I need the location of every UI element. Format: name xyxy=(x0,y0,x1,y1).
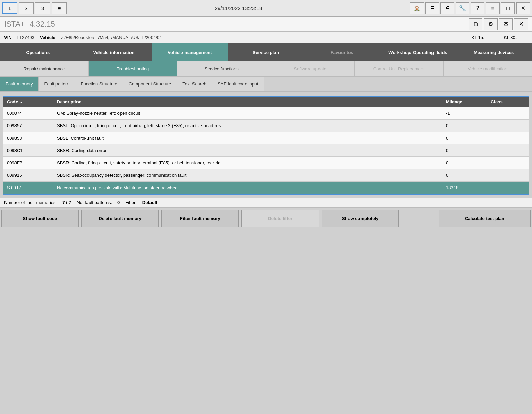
home-icon-btn[interactable]: 🏠 xyxy=(410,2,424,14)
cell-class-3 xyxy=(487,144,529,156)
vehicle-label: Vehicle xyxy=(40,35,55,40)
kl15-label: KL 15: xyxy=(471,35,484,40)
delete-fault-memory-button[interactable]: Delete fault memory xyxy=(81,210,158,227)
cell-mileage-6: 18318 xyxy=(442,182,487,194)
show-fault-code-button[interactable]: Show fault code xyxy=(1,210,79,227)
table-row[interactable]: 009857SBSL: Open circuit, firing circuit… xyxy=(3,120,529,132)
cell-class-2 xyxy=(487,132,529,144)
vin-value: LT27493 xyxy=(17,35,34,40)
gear-icon-btn[interactable]: ⚙ xyxy=(484,18,498,30)
col-header-mileage[interactable]: Mileage xyxy=(442,97,487,107)
cell-description-0: GM: Spray-nozzle heater, left: open circ… xyxy=(53,107,442,119)
cell-mileage-3: 0 xyxy=(442,144,487,156)
third-nav-item-component-structure[interactable]: Component Structure xyxy=(123,77,177,91)
vehicle-value: Z'/E85/Roadster/ - /M54,-/MANUAL/US/LL/2… xyxy=(61,35,162,40)
tab-2[interactable]: 2 xyxy=(19,2,34,14)
bottom-buttons: Show fault code Delete fault memory Filt… xyxy=(0,207,532,229)
nav-item-vehicle-management[interactable]: Vehicle management xyxy=(152,43,228,61)
third-nav-item-sae-fault-code[interactable]: SAE fault code input xyxy=(212,77,264,91)
close2-icon-btn[interactable]: ✕ xyxy=(514,18,528,30)
third-nav: Fault memoryFault patternFunction Struct… xyxy=(0,77,532,92)
table-row[interactable]: 009915SBSR: Seat-occupancy detector, pas… xyxy=(3,169,529,182)
show-completely-button[interactable]: Show completely xyxy=(322,210,399,227)
table-row[interactable]: S 0017No communication possible with: Mu… xyxy=(3,182,529,194)
copy-icon-btn[interactable]: ⧉ xyxy=(469,18,482,30)
cell-mileage-2: 0 xyxy=(442,132,487,144)
cell-code-3: 0098C1 xyxy=(3,144,53,156)
kl30-label: KL 30: xyxy=(504,35,517,40)
nav-item-measuring-devices[interactable]: Measuring devices xyxy=(456,43,532,61)
col-header-description[interactable]: Description xyxy=(53,97,442,107)
filter-fault-memory-button[interactable]: Filter fault memory xyxy=(161,210,239,227)
third-nav-item-function-structure[interactable]: Function Structure xyxy=(75,77,123,91)
datetime-display: 29/11/2022 13:23:18 xyxy=(68,5,409,11)
list-icon-btn[interactable]: ≡ xyxy=(486,2,500,14)
delete-filter-button[interactable]: Delete filter xyxy=(241,210,319,227)
cell-mileage-0: -1 xyxy=(442,107,487,119)
nav-item-operations[interactable]: Operations xyxy=(0,43,76,61)
close-icon-btn[interactable]: ✕ xyxy=(516,2,530,14)
filter-value: Default xyxy=(142,200,157,205)
nav-item-vehicle-information[interactable]: Vehicle information xyxy=(76,43,152,61)
table-row[interactable]: 0098C1SBSR: Coding-data error0 xyxy=(3,144,529,157)
cell-description-2: SBSL: Control-unit fault xyxy=(53,132,442,144)
monitor-icon-btn[interactable]: 🖥 xyxy=(425,2,439,14)
tab-list-btn[interactable]: ≡ xyxy=(52,2,67,14)
print-icon-btn[interactable]: 🖨 xyxy=(440,2,454,14)
cell-code-0: 000074 xyxy=(3,107,53,119)
maximize-icon-btn[interactable]: □ xyxy=(501,2,515,14)
cell-mileage-5: 0 xyxy=(442,169,487,181)
kl-info: KL 15: -- KL 30: -- xyxy=(471,35,528,40)
kl30-value: -- xyxy=(525,35,528,40)
cell-class-1 xyxy=(487,120,529,132)
cell-description-4: SBSR: Coding, firing circuit, safety bat… xyxy=(53,157,442,169)
sub-nav-item-software-update: Software update xyxy=(266,61,355,76)
cell-code-2: 009858 xyxy=(3,132,53,144)
filter-label: Filter: xyxy=(125,200,137,205)
table-row[interactable]: 0098FBSBSR: Coding, firing circuit, safe… xyxy=(3,157,529,169)
nav-item-favourites: Favourites xyxy=(304,43,380,61)
third-nav-item-fault-memory[interactable]: Fault memory xyxy=(0,77,39,91)
cell-description-6: No communication possible with: Multifun… xyxy=(53,182,442,194)
nav-item-workshop-fluids[interactable]: Workshop/ Operating fluids xyxy=(380,43,456,61)
sub-nav-item-vehicle-modification: Vehicle modification xyxy=(444,61,532,76)
fault-patterns-label: No. fault patterns: xyxy=(76,200,112,205)
third-nav-item-text-search[interactable]: Text Search xyxy=(177,77,212,91)
col-header-code[interactable]: Code▲ xyxy=(3,97,53,107)
wrench-icon-btn[interactable]: 🔧 xyxy=(456,2,469,14)
cell-code-1: 009857 xyxy=(3,120,53,132)
cell-class-6 xyxy=(487,182,529,194)
nav-menu: OperationsVehicle informationVehicle man… xyxy=(0,43,532,61)
sub-nav-item-control-unit-replacement: Control Unit Replacement xyxy=(355,61,444,76)
title-icon-group: 🏠 🖥 🖨 🔧 ? ≡ □ ✕ xyxy=(410,2,530,14)
third-nav-item-fault-pattern[interactable]: Fault pattern xyxy=(39,77,75,91)
email-icon-btn[interactable]: ✉ xyxy=(499,18,513,30)
table-body: 000074GM: Spray-nozzle heater, left: ope… xyxy=(3,107,529,194)
cell-code-4: 0098FB xyxy=(3,157,53,169)
app-title: ISTA+ 4.32.15 xyxy=(4,20,469,29)
col-header-class[interactable]: Class xyxy=(487,97,529,107)
fault-memories-label: Number of fault memories: xyxy=(4,200,57,205)
tab-1[interactable]: 1 xyxy=(2,2,17,14)
cell-code-5: 009915 xyxy=(3,169,53,181)
cell-class-4 xyxy=(487,157,529,169)
app-name: ISTA+ xyxy=(4,20,25,28)
nav-item-service-plan[interactable]: Service plan xyxy=(228,43,304,61)
sub-nav-item-troubleshooting[interactable]: Troubleshooting xyxy=(89,61,178,76)
kl15-value: -- xyxy=(493,35,496,40)
cell-mileage-1: 0 xyxy=(442,120,487,132)
fault-memories-value: 7 / 7 xyxy=(62,200,71,205)
table-row[interactable]: 000074GM: Spray-nozzle heater, left: ope… xyxy=(3,107,529,120)
tab-3[interactable]: 3 xyxy=(35,2,50,14)
calculate-test-plan-button[interactable]: Calculate test plan xyxy=(439,210,531,227)
cell-description-1: SBSL: Open circuit, firing circuit, fron… xyxy=(53,120,442,132)
cell-class-0 xyxy=(487,107,529,119)
sub-nav-item-repair-maintenance[interactable]: Repair/ maintenance xyxy=(0,61,89,76)
vin-bar: VIN LT27493 Vehicle Z'/E85/Roadster/ - /… xyxy=(0,32,532,43)
table-row[interactable]: 009858SBSL: Control-unit fault0 xyxy=(3,132,529,144)
help-icon-btn[interactable]: ? xyxy=(471,2,484,14)
app-version: 4.32.15 xyxy=(30,20,55,28)
title-bar: 1 2 3 ≡ 29/11/2022 13:23:18 🏠 🖥 🖨 🔧 ? ≡ … xyxy=(0,0,532,17)
sub-nav-item-service-functions[interactable]: Service functions xyxy=(177,61,266,76)
sub-nav: Repair/ maintenanceTroubleshootingServic… xyxy=(0,61,532,77)
